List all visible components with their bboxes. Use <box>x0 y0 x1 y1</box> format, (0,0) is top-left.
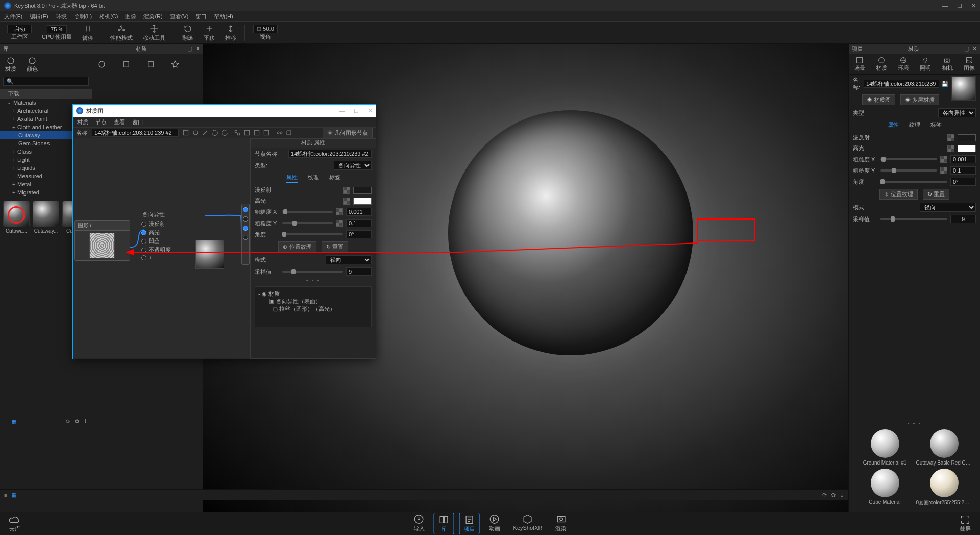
list-view-icon[interactable]: ≡ <box>4 419 7 425</box>
texture-button[interactable] <box>343 198 350 205</box>
material-layer-tree[interactable]: - ◉ 材质 - ▣ 各向异性（表面） ▢ 拉丝（圆形）（高光） <box>255 286 372 327</box>
scene-material-thumb[interactable]: 0套圈:color255:255:255... <box>916 469 972 506</box>
save-icon[interactable]: 💾 <box>941 81 948 87</box>
tumble-button[interactable]: 翻滚 <box>178 23 198 43</box>
texture-button[interactable] <box>336 208 343 215</box>
status-icon[interactable]: ⟳ <box>822 492 827 498</box>
matgraph-menu-window[interactable]: 窗口 <box>132 118 143 126</box>
close-icon[interactable]: ✕ <box>972 45 977 52</box>
angle-slider[interactable] <box>282 233 343 235</box>
import-icon[interactable]: ⤓ <box>83 418 88 425</box>
render-button[interactable]: 渲染 <box>551 513 571 534</box>
material-preview[interactable] <box>951 76 976 101</box>
port-bump[interactable]: 凹凸 <box>149 237 160 245</box>
r-position-texture-button[interactable]: ⊕ 位置纹理 <box>879 189 917 200</box>
type-select[interactable]: 各向异性 <box>334 161 372 170</box>
matgraph-titlebar[interactable]: 材质图 — ☐ ✕ <box>73 105 376 117</box>
matgraph-menu-view[interactable]: 查看 <box>114 118 125 126</box>
close-button[interactable]: ✕ <box>971 3 976 9</box>
screenshot-button[interactable]: 截屏 <box>955 513 975 534</box>
undock-icon[interactable]: ▢ <box>187 45 192 52</box>
start-button[interactable]: 启动 工作区 <box>3 23 36 42</box>
node-name-input[interactable] <box>288 150 372 158</box>
filter-icon[interactable]: ⟳ <box>66 418 70 425</box>
menu-edit[interactable]: 编辑(E) <box>30 13 48 20</box>
material-thumb[interactable]: Cutaway... <box>33 201 59 234</box>
r-mode-select[interactable]: 径向 <box>920 203 976 212</box>
node-brushed-circular[interactable]: 圆形） <box>74 220 130 261</box>
menu-camera[interactable]: 相机(C) <box>99 13 118 20</box>
status-icon[interactable]: ⤓ <box>840 492 844 498</box>
rtab-environment[interactable]: 环境 <box>898 56 909 72</box>
rtab-image[interactable]: 图像 <box>964 56 975 72</box>
props-tab-textures[interactable]: 纹理 <box>308 174 319 183</box>
port-diffuse[interactable]: 漫反射 <box>149 220 165 228</box>
tool-icon[interactable] <box>285 129 293 137</box>
scene-material-thumb[interactable]: Ground Material #1 <box>857 429 913 466</box>
undock-icon[interactable]: ▢ <box>964 45 969 52</box>
rprops-tab-textures[interactable]: 纹理 <box>909 121 920 130</box>
r-samples-input[interactable] <box>950 215 976 223</box>
node-preview[interactable] <box>193 238 226 271</box>
menu-environment[interactable]: 环境 <box>56 13 67 20</box>
matgraph-menu-material[interactable]: 材质 <box>77 118 88 126</box>
project-button[interactable]: 项目 <box>459 513 480 534</box>
menu-help[interactable]: 帮助(H) <box>214 13 233 20</box>
tool-icon[interactable] <box>211 129 219 137</box>
r-reset-button[interactable]: ↻ 重置 <box>923 189 949 200</box>
scene-material-thumb[interactable]: Cutaway Basic Red Caps <box>916 429 972 466</box>
props-tab-properties[interactable]: 属性 <box>286 174 298 183</box>
rtab-scene[interactable]: 场景 <box>854 56 865 72</box>
mat-subtab-3[interactable] <box>146 60 155 69</box>
status-icon[interactable]: ✿ <box>831 492 836 498</box>
tool-icon[interactable] <box>275 129 283 137</box>
tree-download[interactable]: 下载 <box>0 89 92 99</box>
rough-y-input[interactable] <box>346 219 372 227</box>
samples-input[interactable] <box>346 268 372 276</box>
pan-button[interactable]: 平移 <box>200 23 219 43</box>
menu-window[interactable]: 窗口 <box>195 13 207 20</box>
port-add[interactable]: + <box>149 255 152 261</box>
tool-icon[interactable] <box>243 129 251 137</box>
tool-icon[interactable] <box>220 129 229 137</box>
menu-lighting[interactable]: 照明(L) <box>74 13 92 20</box>
cpu-usage[interactable]: 75 % CPU 使用量 <box>38 24 76 42</box>
props-tab-labels[interactable]: 标签 <box>329 174 340 183</box>
menu-image[interactable]: 图像 <box>125 13 136 20</box>
keyshotxr-button[interactable]: KeyShotXR <box>509 513 547 534</box>
resize-handle[interactable]: • • • <box>849 420 980 425</box>
mode-select[interactable]: 径向 <box>326 255 372 264</box>
close-button[interactable]: ✕ <box>368 108 373 114</box>
matgraph-menu-node[interactable]: 节点 <box>95 118 107 126</box>
geometry-nodes-button[interactable]: ◈ 几何图形节点 <box>323 128 373 138</box>
right-name-input[interactable] <box>864 80 939 88</box>
samples-slider[interactable] <box>282 271 343 273</box>
library-button[interactable]: 库 <box>434 513 454 534</box>
specular-color[interactable] <box>353 198 372 205</box>
r-rough-x-slider[interactable] <box>880 158 937 160</box>
port-opacity[interactable]: 不透明度 <box>149 246 171 254</box>
diffuse-color[interactable] <box>353 187 372 194</box>
tool-icon[interactable] <box>262 129 271 137</box>
r-rough-y-input[interactable] <box>950 166 976 175</box>
rtab-material[interactable]: 材质 <box>876 56 887 72</box>
grid-view-icon[interactable]: ▦ <box>11 418 16 425</box>
import-button[interactable]: 导入 <box>409 513 429 534</box>
mat-subtab-2[interactable] <box>121 60 131 69</box>
rtab-lighting[interactable]: 照明 <box>920 56 931 72</box>
dolly-button[interactable]: 推移 <box>221 23 240 43</box>
rprops-tab-labels[interactable]: 标签 <box>930 121 942 130</box>
texture-button[interactable] <box>947 134 954 141</box>
fov-control[interactable]: ⊞ 50.0 视角 <box>249 23 281 42</box>
gear-icon[interactable]: ✿ <box>75 418 79 425</box>
tool-icon[interactable] <box>182 129 190 137</box>
close-icon[interactable]: ✕ <box>195 45 200 52</box>
rprops-tab-properties[interactable]: 属性 <box>888 121 899 130</box>
rough-x-input[interactable] <box>346 208 372 216</box>
port-specular[interactable]: 高光 <box>149 229 160 236</box>
angle-input[interactable] <box>346 230 372 238</box>
r-rough-x-input[interactable] <box>950 155 976 163</box>
texture-button[interactable] <box>947 145 954 152</box>
reset-button[interactable]: ↻ 重置 <box>322 241 348 252</box>
library-search-input[interactable] <box>3 77 89 86</box>
